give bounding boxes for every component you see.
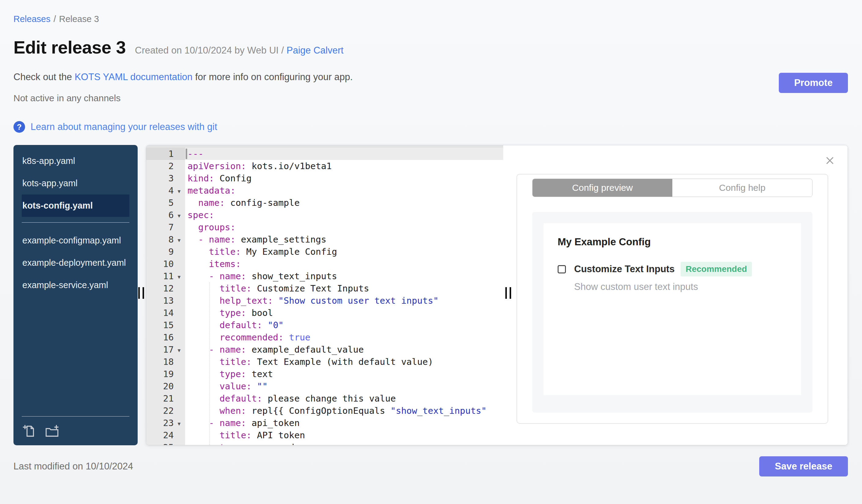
docs-line: Check out the KOTS YAML documentation fo… [13,71,848,82]
customize-text-inputs-checkbox[interactable] [558,265,566,274]
preview-resize-handle[interactable] [505,287,511,299]
page-title: Edit release 3 [13,37,126,57]
new-folder-icon[interactable] [45,424,59,438]
line-number: 10 [148,258,174,270]
sidebar-file-k8s-app.yaml[interactable]: k8s-app.yaml [22,150,129,172]
gutter-line-23: 23▾ [146,417,185,429]
gutter-line-11: 11▾ [146,270,185,282]
sidebar-resize-handle[interactable] [138,287,144,299]
editor-code-area[interactable]: ---apiVersion: kots.io/v1beta1kind: Conf… [185,145,503,445]
line-number: 7 [148,221,174,233]
sidebar-file-kots-app.yaml[interactable]: kots-app.yaml [22,172,129,195]
breadcrumb-releases-link[interactable]: Releases [13,14,51,24]
line-number: 1 [148,148,174,160]
git-releases-link[interactable]: Learn about managing your releases with … [30,121,217,132]
fold-spacer [174,300,184,302]
gutter-line-14: 14 [146,307,185,319]
gutter-line-3: 3 [146,172,185,184]
line-number: 5 [148,197,174,209]
fold-spacer [174,410,184,412]
code-line-25: type: password [185,441,503,445]
code-line-19: type: text [185,368,503,380]
close-icon[interactable] [824,155,835,166]
fold-toggle-line-4[interactable]: ▾ [174,184,184,198]
code-line-11: - name: show_text_inputs [185,270,503,282]
line-number: 12 [148,282,174,294]
line-number: 11 [148,270,174,282]
tab-config-preview[interactable]: Config preview [533,179,672,197]
code-line-16: recommended: true [185,331,503,343]
yaml-editor[interactable]: 1234▾56▾78▾91011▾121314151617▾1819202122… [146,145,503,445]
code-line-7: groups: [185,221,503,233]
line-number: 21 [148,393,174,404]
fold-spacer [174,177,184,179]
line-number: 13 [148,294,174,307]
text-cursor [186,149,187,159]
editor-preview-container: 1234▾56▾78▾91011▾121314151617▾1819202122… [146,145,848,445]
fold-spacer [174,398,184,399]
code-line-23: - name: api_token [185,417,503,429]
fold-toggle-line-23[interactable]: ▾ [174,416,184,430]
kots-yaml-docs-link[interactable]: KOTS YAML documentation [75,71,192,82]
config-group-title: My Example Config [558,236,787,248]
fold-spacer [174,251,184,253]
gutter-line-6: 6▾ [146,209,185,221]
created-text: Created on 10/10/2024 by Web UI / [135,45,287,56]
line-number: 15 [148,319,174,331]
line-number: 4 [148,184,174,197]
fold-spacer [174,202,184,204]
sidebar-file-example-deployment.yaml[interactable]: example-deployment.yaml [22,252,129,274]
gutter-line-5: 5 [146,197,185,209]
save-release-button[interactable]: Save release [759,456,848,477]
tab-config-help[interactable]: Config help [672,179,812,197]
sidebar-file-example-configmap.yaml[interactable]: example-configmap.yaml [22,229,129,252]
line-number: 17 [148,343,174,356]
code-line-21: default: please change this value [185,393,503,404]
resize-bar [138,287,140,299]
gutter-line-20: 20 [146,380,185,393]
sidebar-file-kots-config.yaml[interactable]: kots-config.yaml [22,195,129,217]
docs-prefix: Check out the [13,71,75,82]
breadcrumb-separator: / [53,14,56,24]
promote-button[interactable]: Promote [779,73,848,93]
fold-spacer [174,165,184,167]
resize-bar [510,287,511,299]
line-number: 16 [148,331,174,343]
code-line-24: title: API token [185,429,503,441]
fold-spacer [174,153,184,155]
resize-bar [143,287,144,299]
line-number: 3 [148,172,174,184]
fold-toggle-line-6[interactable]: ▾ [174,208,184,222]
code-line-9: title: My Example Config [185,246,503,258]
line-number: 19 [148,368,174,380]
gutter-line-22: 22 [146,404,185,417]
fold-spacer [174,385,184,387]
sidebar-file-example-service.yaml[interactable]: example-service.yaml [22,274,129,296]
author-link[interactable]: Paige Calvert [287,45,343,56]
fold-toggle-line-17[interactable]: ▾ [174,343,184,357]
help-circle-icon[interactable]: ? [13,121,25,133]
line-number: 8 [148,233,174,246]
code-line-10: items: [185,258,503,270]
fold-toggle-line-11[interactable]: ▾ [174,269,184,283]
fold-spacer [174,434,184,436]
gutter-line-8: 8▾ [146,233,185,246]
gutter-line-7: 7 [146,221,185,233]
gutter-line-12: 12 [146,282,185,294]
line-number: 9 [148,246,174,258]
gutter-line-4: 4▾ [146,184,185,197]
code-line-17: - name: example_default_value [185,343,503,356]
new-file-icon[interactable] [22,424,36,438]
fold-spacer [174,312,184,314]
editor-workspace: k8s-app.yamlkots-app.yamlkots-config.yam… [13,145,848,445]
gutter-line-13: 13 [146,294,185,307]
fold-spacer [174,373,184,375]
file-list-top: k8s-app.yamlkots-app.yamlkots-config.yam… [22,150,129,217]
config-preview-panel: Config previewConfig help My Example Con… [517,174,828,424]
code-line-3: kind: Config [185,172,503,184]
fold-toggle-line-8[interactable]: ▾ [174,233,184,247]
gutter-line-1: 1 [146,148,185,160]
fold-spacer [174,336,184,338]
release-editor-page: Releases/Release 3 Edit release 3 Create… [0,0,862,477]
breadcrumb-current: Release 3 [59,14,99,24]
